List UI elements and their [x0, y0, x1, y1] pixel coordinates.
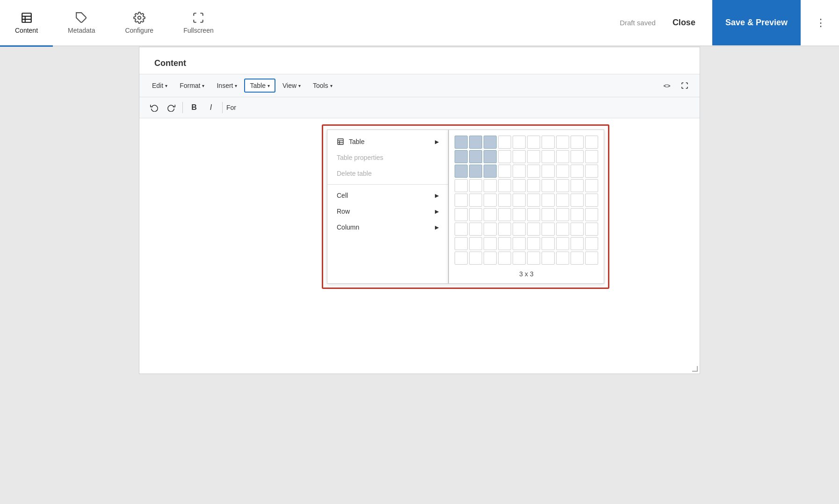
- grid-cell[interactable]: [585, 223, 598, 236]
- grid-cell[interactable]: [469, 165, 482, 178]
- tab-metadata[interactable]: Metadata: [53, 0, 110, 47]
- grid-cell[interactable]: [469, 223, 482, 236]
- delete-table-item[interactable]: Delete table: [327, 166, 448, 181]
- grid-cell[interactable]: [455, 252, 468, 265]
- row-menu-item[interactable]: Row ▶: [327, 203, 448, 219]
- bold-button[interactable]: B: [187, 100, 202, 115]
- grid-cell[interactable]: [556, 194, 569, 207]
- resize-handle[interactable]: [692, 366, 698, 372]
- grid-cell[interactable]: [498, 223, 511, 236]
- grid-cell[interactable]: [585, 237, 598, 250]
- grid-cell[interactable]: [498, 165, 511, 178]
- redo-button[interactable]: [164, 100, 179, 115]
- grid-cell[interactable]: [542, 223, 555, 236]
- cell-menu-item[interactable]: Cell ▶: [327, 187, 448, 203]
- grid-cell[interactable]: [542, 194, 555, 207]
- grid-cell[interactable]: [513, 237, 526, 250]
- grid-cell[interactable]: [527, 208, 540, 221]
- grid-cell[interactable]: [527, 252, 540, 265]
- grid-cell[interactable]: [571, 165, 584, 178]
- grid-cell[interactable]: [542, 179, 555, 192]
- grid-cell[interactable]: [484, 150, 497, 163]
- grid-cell[interactable]: [513, 208, 526, 221]
- grid-cell[interactable]: [513, 165, 526, 178]
- table-menu-table-item[interactable]: Table ▶: [327, 134, 448, 150]
- grid-cell[interactable]: [513, 194, 526, 207]
- grid-cell[interactable]: [527, 165, 540, 178]
- grid-cell[interactable]: [484, 208, 497, 221]
- tab-configure[interactable]: Configure: [110, 0, 168, 47]
- tab-fullscreen[interactable]: Fullscreen: [168, 0, 229, 47]
- table-size-grid[interactable]: [455, 136, 598, 265]
- grid-cell[interactable]: [556, 165, 569, 178]
- grid-cell[interactable]: [484, 165, 497, 178]
- more-options-button[interactable]: ⋮: [810, 17, 832, 29]
- grid-cell[interactable]: [542, 237, 555, 250]
- grid-cell[interactable]: [498, 252, 511, 265]
- grid-cell[interactable]: [585, 208, 598, 221]
- grid-cell[interactable]: [498, 237, 511, 250]
- close-button[interactable]: Close: [665, 14, 703, 31]
- grid-cell[interactable]: [542, 150, 555, 163]
- grid-cell[interactable]: [469, 208, 482, 221]
- grid-cell[interactable]: [469, 136, 482, 149]
- grid-cell[interactable]: [484, 179, 497, 192]
- grid-cell[interactable]: [556, 179, 569, 192]
- grid-cell[interactable]: [556, 223, 569, 236]
- grid-cell[interactable]: [455, 208, 468, 221]
- table-properties-item[interactable]: Table properties: [327, 150, 448, 166]
- code-button[interactable]: <>: [659, 78, 674, 93]
- grid-cell[interactable]: [585, 252, 598, 265]
- grid-cell[interactable]: [484, 223, 497, 236]
- grid-cell[interactable]: [585, 150, 598, 163]
- grid-cell[interactable]: [556, 208, 569, 221]
- tools-menu-button[interactable]: Tools ▾: [308, 79, 338, 92]
- grid-cell[interactable]: [571, 179, 584, 192]
- grid-cell[interactable]: [513, 223, 526, 236]
- grid-cell[interactable]: [484, 252, 497, 265]
- edit-menu-button[interactable]: Edit ▾: [147, 79, 173, 92]
- grid-cell[interactable]: [527, 194, 540, 207]
- grid-cell[interactable]: [527, 150, 540, 163]
- grid-cell[interactable]: [455, 136, 468, 149]
- grid-cell[interactable]: [571, 208, 584, 221]
- grid-cell[interactable]: [469, 252, 482, 265]
- grid-cell[interactable]: [455, 194, 468, 207]
- grid-cell[interactable]: [498, 150, 511, 163]
- grid-cell[interactable]: [542, 208, 555, 221]
- grid-cell[interactable]: [542, 165, 555, 178]
- grid-cell[interactable]: [484, 136, 497, 149]
- grid-cell[interactable]: [571, 194, 584, 207]
- grid-cell[interactable]: [455, 237, 468, 250]
- grid-cell[interactable]: [455, 150, 468, 163]
- grid-cell[interactable]: [455, 179, 468, 192]
- undo-button[interactable]: [147, 100, 162, 115]
- grid-cell[interactable]: [585, 179, 598, 192]
- grid-cell[interactable]: [469, 237, 482, 250]
- grid-cell[interactable]: [484, 194, 497, 207]
- grid-cell[interactable]: [513, 179, 526, 192]
- table-menu-button[interactable]: Table ▾: [244, 79, 275, 93]
- grid-cell[interactable]: [542, 252, 555, 265]
- save-preview-button[interactable]: Save & Preview: [712, 0, 801, 45]
- grid-cell[interactable]: [542, 136, 555, 149]
- grid-cell[interactable]: [556, 150, 569, 163]
- format-menu-button[interactable]: Format ▾: [174, 79, 210, 92]
- grid-cell[interactable]: [498, 194, 511, 207]
- grid-cell[interactable]: [484, 237, 497, 250]
- grid-cell[interactable]: [513, 136, 526, 149]
- grid-cell[interactable]: [527, 237, 540, 250]
- grid-cell[interactable]: [469, 194, 482, 207]
- grid-cell[interactable]: [513, 252, 526, 265]
- grid-cell[interactable]: [455, 165, 468, 178]
- grid-cell[interactable]: [571, 223, 584, 236]
- grid-cell[interactable]: [571, 237, 584, 250]
- grid-cell[interactable]: [513, 150, 526, 163]
- insert-menu-button[interactable]: Insert ▾: [211, 79, 242, 92]
- grid-cell[interactable]: [556, 237, 569, 250]
- tab-content[interactable]: Content: [0, 0, 53, 47]
- column-menu-item[interactable]: Column ▶: [327, 219, 448, 235]
- grid-cell[interactable]: [571, 150, 584, 163]
- grid-cell[interactable]: [556, 252, 569, 265]
- grid-cell[interactable]: [585, 136, 598, 149]
